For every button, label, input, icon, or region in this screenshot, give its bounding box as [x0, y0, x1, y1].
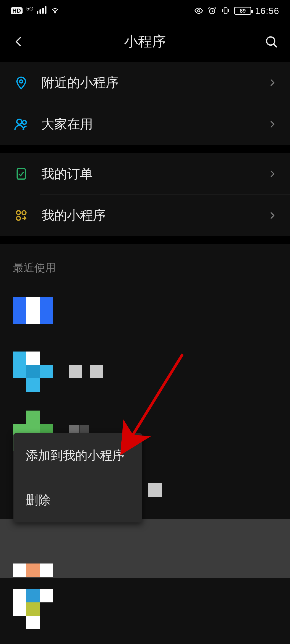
back-button[interactable]: [11, 34, 27, 50]
chevron-right-icon: [267, 119, 277, 129]
chevron-right-icon: [267, 78, 277, 87]
location-icon: [12, 73, 31, 92]
battery-pct: 89: [240, 8, 246, 14]
recent-item[interactable]: [0, 342, 290, 401]
alarm-icon: [207, 6, 217, 16]
recent-item[interactable]: [0, 283, 290, 342]
recent-section-title: 最近使用: [0, 244, 290, 283]
menu-label: 大家在用: [41, 116, 267, 133]
menu-item-nearby[interactable]: 附近的小程序: [0, 62, 290, 103]
menu-item-my-miniprograms[interactable]: 我的小程序: [0, 195, 290, 236]
menu-label: 我的小程序: [41, 207, 267, 224]
eye-icon: [194, 6, 204, 16]
context-menu: 添加到我的小程序 删除: [13, 433, 142, 522]
svg-point-0: [55, 12, 56, 13]
people-icon: [12, 115, 31, 134]
svg-point-7: [17, 119, 22, 124]
hd-badge: HD: [11, 7, 23, 14]
svg-point-6: [20, 80, 23, 83]
svg-rect-3: [224, 8, 227, 14]
recent-item-selected[interactable]: [0, 519, 290, 578]
svg-point-11: [16, 216, 20, 220]
context-menu-delete[interactable]: 删除: [13, 478, 142, 522]
context-menu-add[interactable]: 添加到我的小程序: [13, 433, 142, 478]
app-name-redacted: [148, 483, 162, 497]
chevron-right-icon: [267, 169, 277, 179]
svg-point-9: [16, 211, 20, 215]
menu-section-discover: 附近的小程序 大家在用: [0, 62, 290, 145]
network-group: 5G: [26, 6, 47, 16]
app-icon: [13, 549, 53, 578]
chevron-left-icon: [13, 36, 25, 47]
svg-point-1: [198, 10, 200, 12]
menu-item-my-orders[interactable]: 我的订单: [0, 153, 290, 195]
vibrate-icon: [221, 6, 230, 16]
chevron-right-icon: [267, 211, 277, 220]
status-left: HD 5G: [11, 6, 60, 16]
menu-section-mine: 我的订单 我的小程序: [0, 153, 290, 236]
orders-icon: [12, 164, 31, 183]
svg-line-5: [274, 44, 277, 47]
wifi-icon: [50, 6, 60, 16]
app-icon: [13, 292, 53, 333]
network-gen-label: 5G: [26, 6, 34, 12]
status-right: 89 16:56: [194, 6, 279, 16]
menu-label: 我的订单: [41, 165, 267, 182]
menu-label: 附近的小程序: [41, 74, 267, 91]
battery-icon: 89: [234, 7, 251, 15]
status-time: 16:56: [255, 6, 279, 16]
search-button[interactable]: [263, 34, 279, 50]
svg-point-10: [22, 211, 26, 215]
app-name-redacted: [69, 365, 103, 378]
menu-item-everyone-using[interactable]: 大家在用: [0, 103, 290, 145]
page-title: 小程序: [124, 32, 166, 51]
svg-point-8: [23, 120, 26, 124]
grid-icon: [12, 206, 31, 225]
title-bar: 小程序: [0, 21, 290, 62]
recent-item[interactable]: [0, 578, 290, 644]
search-icon: [264, 35, 278, 49]
status-bar: HD 5G 89 1: [0, 0, 290, 21]
signal-icon: [37, 6, 46, 14]
app-icon: [13, 589, 53, 629]
app-icon: [13, 352, 53, 392]
